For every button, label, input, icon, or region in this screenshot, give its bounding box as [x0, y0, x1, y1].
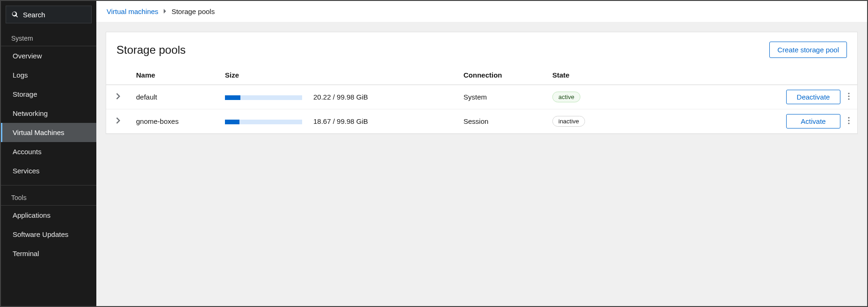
expand-row-button[interactable] [113, 114, 123, 128]
expand-row-button[interactable] [113, 90, 123, 104]
status-badge: inactive [552, 116, 585, 127]
sidebar: Search SystemOverviewLogsStorageNetworki… [1, 1, 96, 306]
size-progress-bar [225, 120, 302, 124]
create-storage-pool-button[interactable]: Create storage pool [769, 42, 847, 58]
size-text: 18.67 / 99.98 GiB [313, 117, 368, 125]
pool-connection: Session [458, 109, 547, 134]
chevron-right-icon [116, 93, 121, 100]
deactivate-button[interactable]: Deactivate [786, 90, 840, 104]
nav-section-label: System [1, 26, 96, 46]
sidebar-item-applications[interactable]: Applications [1, 206, 96, 225]
nav-section-label: Tools [1, 186, 96, 206]
svg-point-2 [848, 98, 849, 100]
sidebar-item-accounts[interactable]: Accounts [1, 142, 96, 161]
pool-name: gnome-boxes [130, 109, 219, 134]
row-menu-button[interactable] [845, 114, 853, 129]
search-label: Search [23, 11, 45, 19]
table-row: default20.22 / 99.98 GiBSystemactiveDeac… [106, 85, 857, 109]
chevron-right-icon [163, 7, 167, 15]
search-icon [12, 11, 18, 18]
storage-pools-card: Storage pools Create storage pool Name S… [106, 32, 858, 134]
pool-name: default [130, 85, 219, 109]
row-menu-button[interactable] [845, 90, 853, 104]
sidebar-item-overview[interactable]: Overview [1, 46, 96, 65]
sidebar-item-storage[interactable]: Storage [1, 85, 96, 104]
col-header-size: Size [219, 66, 458, 85]
kebab-icon [848, 93, 850, 100]
chevron-right-icon [116, 117, 121, 124]
col-header-state: State [547, 66, 645, 85]
svg-point-1 [848, 95, 849, 97]
sidebar-item-software-updates[interactable]: Software Updates [1, 225, 96, 244]
kebab-icon [848, 117, 850, 124]
table-row: gnome-boxes18.67 / 99.98 GiBSessioninact… [106, 109, 857, 134]
page-title: Storage pools [116, 43, 186, 57]
storage-pools-table: Name Size Connection State default20.22 … [106, 66, 857, 134]
sidebar-item-networking[interactable]: Networking [1, 104, 96, 123]
sidebar-item-services[interactable]: Services [1, 161, 96, 180]
sidebar-item-logs[interactable]: Logs [1, 65, 96, 85]
sidebar-item-terminal[interactable]: Terminal [1, 244, 96, 263]
svg-point-4 [848, 120, 849, 121]
sidebar-item-virtual-machines[interactable]: Virtual Machines [1, 123, 96, 142]
size-progress-bar [225, 95, 302, 100]
breadcrumb-current: Storage pools [172, 7, 215, 15]
pool-connection: System [458, 85, 547, 109]
size-text: 20.22 / 99.98 GiB [313, 93, 368, 101]
breadcrumb-parent-link[interactable]: Virtual machines [107, 7, 159, 15]
svg-point-5 [848, 122, 849, 124]
activate-button[interactable]: Activate [786, 114, 840, 129]
main-content: Virtual machines Storage pools Storage p… [96, 1, 867, 306]
col-header-connection: Connection [458, 66, 547, 85]
breadcrumb: Virtual machines Storage pools [96, 1, 867, 22]
svg-point-0 [848, 93, 849, 94]
status-badge: active [552, 92, 580, 102]
search-input[interactable]: Search [6, 6, 92, 23]
col-header-name: Name [130, 66, 219, 85]
svg-point-3 [848, 117, 849, 118]
